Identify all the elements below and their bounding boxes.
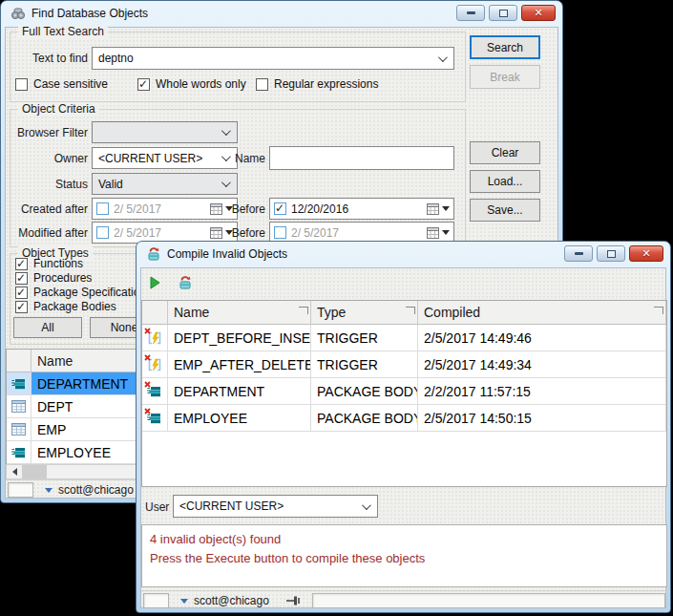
procedures-checkbox[interactable] bbox=[15, 272, 28, 285]
object-row-compiled[interactable]: 2/5/2017 14:49:34 bbox=[418, 351, 666, 378]
object-row-compiled[interactable]: 2/5/2017 14:50:15 bbox=[418, 405, 666, 432]
statusbar-cell bbox=[143, 593, 169, 608]
whole-words-checkbox[interactable] bbox=[137, 78, 150, 91]
object-row-icon-cell[interactable] bbox=[142, 351, 168, 378]
all-button[interactable]: All bbox=[13, 317, 82, 338]
close-icon: ✕ bbox=[534, 8, 542, 18]
calendar-icon[interactable] bbox=[427, 227, 439, 239]
regex-checkbox[interactable] bbox=[256, 78, 268, 91]
user-combobox[interactable]: <CURRENT USER> bbox=[173, 495, 378, 518]
execute-play-icon bbox=[148, 276, 161, 289]
execute-button[interactable] bbox=[145, 273, 164, 292]
column-resize-icon[interactable] bbox=[654, 307, 663, 314]
compiled-column-header[interactable]: Compiled bbox=[418, 301, 666, 325]
icon-column-header[interactable] bbox=[142, 301, 168, 325]
package-specs-option[interactable]: Package Specifications bbox=[15, 286, 152, 299]
whole-words-option[interactable]: Whole words only bbox=[137, 77, 246, 91]
modified-before-checkbox[interactable] bbox=[274, 226, 286, 239]
connection-label[interactable]: scott@chicago bbox=[58, 483, 134, 497]
object-row-name[interactable]: DEPARTMENT bbox=[168, 378, 311, 405]
minimize-button[interactable] bbox=[564, 245, 593, 262]
object-row-type[interactable]: PACKAGE BODY bbox=[311, 405, 418, 432]
connection-dropdown-icon[interactable] bbox=[180, 599, 188, 604]
chevron-down-icon[interactable] bbox=[221, 178, 231, 187]
date-dropdown-icon[interactable] bbox=[442, 206, 450, 211]
pin-icon[interactable] bbox=[286, 595, 301, 606]
result-row-icon-cell[interactable] bbox=[7, 395, 32, 418]
created-before-checkbox[interactable] bbox=[274, 202, 286, 215]
save-button[interactable]: Save... bbox=[470, 199, 540, 222]
close-icon: ✕ bbox=[641, 248, 650, 259]
column-resize-icon[interactable] bbox=[406, 307, 415, 314]
close-button[interactable]: ✕ bbox=[629, 245, 663, 262]
chevron-down-icon[interactable] bbox=[362, 500, 371, 510]
result-row-icon-cell[interactable] bbox=[7, 441, 32, 464]
calendar-icon[interactable] bbox=[427, 203, 439, 215]
user-label: User bbox=[145, 500, 169, 514]
find-window-titlebar[interactable]: Find Database Objects ✕ bbox=[4, 1, 559, 26]
package-bodies-checkbox[interactable] bbox=[15, 301, 28, 313]
object-row-type[interactable]: TRIGGER bbox=[311, 351, 418, 378]
created-before-datepicker[interactable]: 12/20/2016 bbox=[269, 198, 454, 220]
text-to-find-combobox[interactable]: deptno bbox=[92, 47, 454, 70]
results-icon-column-header[interactable] bbox=[7, 350, 32, 372]
browser-filter-combobox[interactable] bbox=[92, 121, 238, 143]
chevron-down-icon[interactable] bbox=[438, 53, 448, 62]
maximize-button[interactable] bbox=[489, 5, 517, 21]
created-before-label: Before bbox=[221, 202, 265, 216]
refresh-button[interactable] bbox=[176, 273, 195, 292]
object-row-name[interactable]: DEPT_BEFORE_INSERT bbox=[168, 325, 311, 351]
close-button[interactable]: ✕ bbox=[521, 5, 556, 21]
object-row-icon-cell[interactable] bbox=[142, 378, 168, 405]
text-to-find-label: Text to find bbox=[15, 52, 88, 65]
clear-button[interactable]: Clear bbox=[470, 141, 540, 164]
regex-option[interactable]: Regular expressions bbox=[256, 77, 378, 91]
object-row-name[interactable]: EMP_AFTER_DELETE bbox=[168, 351, 311, 378]
connection-dropdown-icon[interactable] bbox=[45, 488, 53, 493]
minimize-button[interactable] bbox=[456, 5, 485, 21]
minimize-icon bbox=[467, 11, 475, 14]
result-row-icon-cell[interactable] bbox=[7, 372, 32, 395]
object-row-type[interactable]: TRIGGER bbox=[311, 325, 418, 351]
created-before-date: 12/20/2016 bbox=[291, 202, 348, 216]
functions-checkbox[interactable] bbox=[15, 258, 28, 270]
result-row-icon-cell[interactable] bbox=[7, 418, 32, 441]
object-row-name[interactable]: EMPLOYEE bbox=[168, 405, 311, 432]
date-dropdown-icon[interactable] bbox=[442, 230, 450, 235]
load-button[interactable]: Load... bbox=[470, 170, 540, 193]
compile-refresh-icon bbox=[178, 275, 193, 290]
object-row-type[interactable]: PACKAGE BODY bbox=[311, 378, 418, 405]
scroll-left-arrow-icon[interactable] bbox=[7, 465, 22, 478]
compile-window-titlebar[interactable]: Compile Invalid Objects ✕ bbox=[139, 242, 667, 266]
package-specs-checkbox[interactable] bbox=[15, 287, 28, 299]
object-row-icon-cell[interactable] bbox=[142, 325, 168, 351]
connection-label[interactable]: scott@chicago bbox=[194, 594, 269, 607]
created-after-checkbox[interactable] bbox=[96, 202, 109, 215]
status-combobox[interactable]: Valid bbox=[92, 173, 238, 195]
column-resize-icon[interactable] bbox=[299, 307, 308, 314]
type-header-label: Type bbox=[317, 305, 346, 320]
case-sensitive-checkbox[interactable] bbox=[15, 78, 28, 91]
object-row-compiled[interactable]: 2/2/2017 11:57:15 bbox=[418, 378, 666, 405]
object-row-icon-cell[interactable] bbox=[142, 405, 168, 432]
package-icon bbox=[11, 446, 27, 459]
name-input[interactable] bbox=[269, 146, 454, 170]
object-row-compiled[interactable]: 2/5/2017 14:49:46 bbox=[418, 325, 666, 351]
scrollbar-thumb[interactable] bbox=[22, 465, 47, 478]
table-icon bbox=[11, 423, 26, 435]
modified-after-checkbox[interactable] bbox=[96, 226, 109, 239]
chevron-down-icon[interactable] bbox=[221, 126, 231, 136]
search-button[interactable]: Search bbox=[470, 35, 540, 59]
name-column-header[interactable]: Name bbox=[168, 301, 311, 325]
owner-combobox[interactable]: <CURRENT USER> bbox=[92, 147, 238, 169]
procedures-option[interactable]: Procedures bbox=[15, 271, 92, 285]
minimize-icon bbox=[575, 252, 583, 255]
package-bodies-option[interactable]: Package Bodies bbox=[15, 300, 116, 313]
functions-option[interactable]: Functions bbox=[15, 257, 83, 270]
maximize-icon bbox=[499, 10, 508, 17]
created-after-datepicker[interactable]: 2/ 5/2017 bbox=[92, 198, 238, 220]
maximize-button[interactable] bbox=[597, 245, 625, 262]
type-column-header[interactable]: Type bbox=[311, 301, 418, 325]
case-sensitive-option[interactable]: Case sensitive bbox=[15, 77, 108, 91]
package-specs-label: Package Specifications bbox=[33, 286, 152, 299]
